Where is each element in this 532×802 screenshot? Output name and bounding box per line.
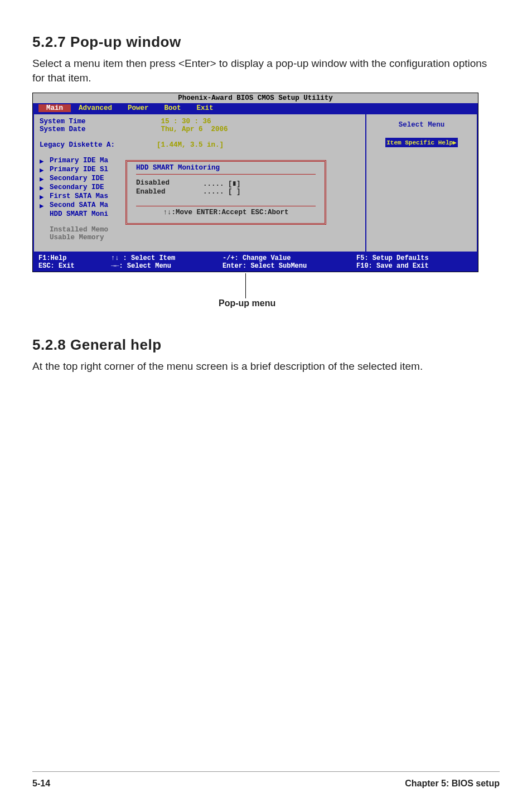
bios-body: System Time 15 : 30 : 36 System Date Thu… — [33, 113, 478, 253]
foot-change-value: -/+: Change Value — [223, 254, 356, 262]
section-528-heading: 5.2.8 General help — [32, 336, 500, 354]
systime-value: 15 : 30 : 36 — [157, 118, 211, 125]
list-item: Primary IDE Sl — [50, 166, 108, 175]
bios-footer: F1:Help ↑↓ : Select Item -/+: Change Val… — [33, 253, 478, 272]
list-item: First SATA Mas — [50, 192, 108, 201]
bios-popup: HDD SMART Monitoring Disabled..... [∎] E… — [125, 160, 326, 225]
section-528-para: At the top right corner of the menu scre… — [32, 359, 500, 374]
menu-advanced: Advanced — [71, 104, 120, 112]
footer-rule — [32, 771, 500, 772]
list-item: Primary IDE Ma — [50, 157, 108, 166]
legacy-value: [1.44M, 3.5 in.] — [157, 141, 224, 149]
section-527-para: Select a menu item then press <Enter> to… — [32, 56, 500, 85]
menu-power: Power — [120, 104, 157, 112]
menu-main: Main — [38, 104, 71, 112]
popup-opt-disabled-mark: ..... [∎] — [203, 179, 241, 188]
bios-screenshot: Phoenix-Award BIOS CMOS Setup Utility Ma… — [32, 93, 478, 272]
foot-select-item: ↑↓ : Select Item — [111, 254, 223, 262]
arrow-icon: ▶ — [40, 192, 46, 201]
arrow-icon: ▶ — [40, 157, 46, 166]
sysdate-label: System Date — [40, 125, 157, 133]
arrow-icon: ▶ — [40, 183, 46, 192]
menu-exit: Exit — [189, 104, 221, 112]
select-menu-label: Select Menu — [371, 118, 472, 132]
list-item: Usable Memory — [50, 234, 104, 241]
popup-opt-disabled: Disabled — [136, 179, 203, 188]
arrow-icon — [40, 210, 46, 218]
arrow-icon: ▶ — [40, 166, 46, 175]
popup-title: HDD SMART Monitoring — [136, 164, 316, 172]
popup-opt-enabled: Enabled — [136, 188, 203, 196]
page-number: 5-14 — [32, 779, 50, 789]
page-footer: 5-14 Chapter 5: BIOS setup — [32, 779, 500, 789]
legacy-label: Legacy Diskette A: — [40, 141, 157, 149]
arrow-icon: ▶ — [40, 175, 46, 183]
foot-select-menu: →←: Select Menu — [111, 262, 223, 270]
section-527-heading: 5.2.7 Pop-up window — [32, 33, 500, 51]
list-item: HDD SMART Moni — [50, 210, 108, 218]
menu-boot: Boot — [157, 104, 189, 112]
foot-help: F1:Help — [38, 254, 111, 262]
foot-setup-defaults: F5: Setup Defaults — [356, 254, 472, 262]
callout-line — [245, 273, 246, 298]
arrow-icon: ▶ — [40, 201, 46, 210]
popup-footer: ↑↓:Move ENTER:Accept ESC:Abort — [136, 206, 316, 216]
bios-menubar: Main Advanced Power Boot Exit — [33, 103, 478, 113]
list-item: Secondary IDE — [50, 175, 104, 183]
callout-label: Pop-up menu — [219, 298, 275, 308]
foot-exit: ESC: Exit — [38, 262, 111, 270]
chapter-label: Chapter 5: BIOS setup — [405, 779, 500, 789]
sysdate-value: Thu, Apr 6 2006 — [157, 125, 228, 133]
list-item: Installed Memo — [50, 226, 108, 234]
foot-save-exit: F10: Save and Exit — [356, 262, 472, 270]
bios-title: Phoenix-Award BIOS CMOS Setup Utility — [33, 93, 478, 103]
popup-opt-enabled-mark: ..... [ ] — [203, 188, 241, 196]
bios-left-pane: System Time 15 : 30 : 36 System Date Thu… — [34, 114, 365, 252]
bios-right-pane: Select Menu Item Specific Help▶ — [365, 114, 477, 252]
list-item: Second SATA Ma — [50, 201, 108, 210]
list-item: Secondary IDE — [50, 183, 104, 192]
systime-label: System Time — [40, 118, 157, 125]
item-help-tip: Item Specific Help▶ — [385, 138, 457, 147]
foot-select-submenu: Enter: Select SubMenu — [223, 262, 356, 270]
